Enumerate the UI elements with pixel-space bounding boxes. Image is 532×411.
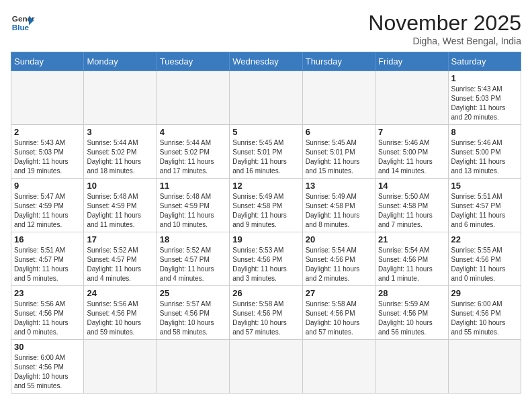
date-number: 11: [160, 181, 226, 191]
calendar-cell: [375, 71, 448, 125]
sun-info: Sunrise: 5:54 AM Sunset: 4:56 PM Dayligh…: [306, 246, 372, 283]
calendar-week-2: 2Sunrise: 5:43 AM Sunset: 5:03 PM Daylig…: [11, 125, 521, 179]
date-number: 6: [306, 127, 372, 137]
date-number: 21: [378, 234, 445, 244]
date-number: 29: [451, 288, 518, 298]
date-number: 25: [160, 288, 226, 298]
calendar-cell: 14Sunrise: 5:50 AM Sunset: 4:58 PM Dayli…: [375, 179, 448, 232]
location-subtitle: Digha, West Bengal, India: [368, 36, 521, 46]
calendar-cell: 6Sunrise: 5:45 AM Sunset: 5:01 PM Daylig…: [302, 125, 375, 179]
header-friday: Friday: [375, 52, 448, 71]
sun-info: Sunrise: 5:44 AM Sunset: 5:02 PM Dayligh…: [160, 138, 226, 176]
date-number: 20: [306, 234, 372, 244]
date-number: 1: [451, 73, 518, 83]
header-thursday: Thursday: [302, 52, 375, 71]
date-number: 26: [232, 288, 299, 298]
calendar-cell: 27Sunrise: 5:58 AM Sunset: 4:56 PM Dayli…: [302, 286, 375, 340]
calendar-cell: 13Sunrise: 5:49 AM Sunset: 4:58 PM Dayli…: [302, 179, 375, 232]
sun-info: Sunrise: 5:45 AM Sunset: 5:01 PM Dayligh…: [306, 138, 372, 176]
sun-info: Sunrise: 5:46 AM Sunset: 5:00 PM Dayligh…: [378, 138, 445, 176]
calendar-cell: 4Sunrise: 5:44 AM Sunset: 5:02 PM Daylig…: [157, 125, 229, 179]
header-monday: Monday: [84, 52, 157, 71]
date-number: 9: [14, 181, 81, 191]
month-title: November 2025: [368, 11, 521, 36]
calendar-cell: 17Sunrise: 5:52 AM Sunset: 4:57 PM Dayli…: [84, 232, 157, 286]
sun-info: Sunrise: 5:57 AM Sunset: 4:56 PM Dayligh…: [160, 300, 226, 337]
date-number: 30: [14, 342, 81, 352]
calendar-cell: [11, 71, 84, 125]
date-number: 16: [14, 234, 81, 244]
sun-info: Sunrise: 5:55 AM Sunset: 4:56 PM Dayligh…: [451, 246, 518, 283]
date-number: 13: [306, 181, 372, 191]
sun-info: Sunrise: 5:52 AM Sunset: 4:57 PM Dayligh…: [160, 246, 226, 283]
title-section: November 2025 Digha, West Bengal, India: [368, 11, 521, 46]
date-number: 2: [14, 127, 81, 137]
sun-info: Sunrise: 5:54 AM Sunset: 4:56 PM Dayligh…: [378, 246, 445, 283]
date-number: 27: [306, 288, 372, 298]
calendar-table: SundayMondayTuesdayWednesdayThursdayFrid…: [11, 52, 521, 394]
date-number: 4: [160, 127, 226, 137]
calendar-cell: [230, 71, 302, 125]
calendar-week-6: 30Sunrise: 6:00 AM Sunset: 4:56 PM Dayli…: [11, 340, 521, 394]
calendar-cell: [302, 71, 375, 125]
calendar-cell: [84, 340, 157, 394]
sun-info: Sunrise: 5:50 AM Sunset: 4:58 PM Dayligh…: [378, 192, 445, 230]
sun-info: Sunrise: 5:49 AM Sunset: 4:58 PM Dayligh…: [306, 192, 372, 230]
calendar-week-3: 9Sunrise: 5:47 AM Sunset: 4:59 PM Daylig…: [11, 179, 521, 232]
calendar-cell: 7Sunrise: 5:46 AM Sunset: 5:00 PM Daylig…: [375, 125, 448, 179]
date-number: 24: [87, 288, 153, 298]
calendar-cell: [375, 340, 448, 394]
date-number: 3: [87, 127, 153, 137]
logo: General Blue: [11, 11, 35, 35]
sun-info: Sunrise: 5:46 AM Sunset: 5:00 PM Dayligh…: [451, 138, 518, 176]
calendar-cell: [448, 340, 521, 394]
sun-info: Sunrise: 5:53 AM Sunset: 4:56 PM Dayligh…: [232, 246, 299, 283]
date-number: 19: [232, 234, 299, 244]
sun-info: Sunrise: 5:49 AM Sunset: 4:58 PM Dayligh…: [232, 192, 299, 230]
calendar-cell: [157, 340, 229, 394]
date-number: 17: [87, 234, 153, 244]
calendar-cell: 28Sunrise: 5:59 AM Sunset: 4:56 PM Dayli…: [375, 286, 448, 340]
date-number: 15: [451, 181, 518, 191]
calendar-cell: 3Sunrise: 5:44 AM Sunset: 5:02 PM Daylig…: [84, 125, 157, 179]
calendar-week-5: 23Sunrise: 5:56 AM Sunset: 4:56 PM Dayli…: [11, 286, 521, 340]
calendar-week-4: 16Sunrise: 5:51 AM Sunset: 4:57 PM Dayli…: [11, 232, 521, 286]
date-number: 8: [451, 127, 518, 137]
calendar-header-row: SundayMondayTuesdayWednesdayThursdayFrid…: [11, 52, 521, 71]
calendar-cell: [84, 71, 157, 125]
header-saturday: Saturday: [448, 52, 521, 71]
calendar-cell: 1Sunrise: 5:43 AM Sunset: 5:03 PM Daylig…: [448, 71, 521, 125]
calendar-cell: 22Sunrise: 5:55 AM Sunset: 4:56 PM Dayli…: [448, 232, 521, 286]
calendar-cell: 29Sunrise: 6:00 AM Sunset: 4:56 PM Dayli…: [448, 286, 521, 340]
sun-info: Sunrise: 5:48 AM Sunset: 4:59 PM Dayligh…: [87, 192, 153, 230]
sun-info: Sunrise: 5:56 AM Sunset: 4:56 PM Dayligh…: [87, 300, 153, 337]
calendar-cell: 12Sunrise: 5:49 AM Sunset: 4:58 PM Dayli…: [230, 179, 302, 232]
calendar-cell: 9Sunrise: 5:47 AM Sunset: 4:59 PM Daylig…: [11, 179, 84, 232]
page-header: General Blue November 2025 Digha, West B…: [11, 11, 521, 46]
calendar-cell: 2Sunrise: 5:43 AM Sunset: 5:03 PM Daylig…: [11, 125, 84, 179]
calendar-cell: 11Sunrise: 5:48 AM Sunset: 4:59 PM Dayli…: [157, 179, 229, 232]
sun-info: Sunrise: 5:48 AM Sunset: 4:59 PM Dayligh…: [160, 192, 226, 230]
sun-info: Sunrise: 5:51 AM Sunset: 4:57 PM Dayligh…: [14, 246, 81, 283]
date-number: 23: [14, 288, 81, 298]
header-wednesday: Wednesday: [230, 52, 302, 71]
date-number: 14: [378, 181, 445, 191]
calendar-cell: [302, 340, 375, 394]
sun-info: Sunrise: 6:00 AM Sunset: 4:56 PM Dayligh…: [451, 300, 518, 337]
calendar-cell: 30Sunrise: 6:00 AM Sunset: 4:56 PM Dayli…: [11, 340, 84, 394]
sun-info: Sunrise: 6:00 AM Sunset: 4:56 PM Dayligh…: [14, 353, 81, 391]
calendar-cell: 25Sunrise: 5:57 AM Sunset: 4:56 PM Dayli…: [157, 286, 229, 340]
sun-info: Sunrise: 5:52 AM Sunset: 4:57 PM Dayligh…: [87, 246, 153, 283]
calendar-cell: 18Sunrise: 5:52 AM Sunset: 4:57 PM Dayli…: [157, 232, 229, 286]
calendar-cell: 24Sunrise: 5:56 AM Sunset: 4:56 PM Dayli…: [84, 286, 157, 340]
sun-info: Sunrise: 5:58 AM Sunset: 4:56 PM Dayligh…: [232, 300, 299, 337]
calendar-cell: 21Sunrise: 5:54 AM Sunset: 4:56 PM Dayli…: [375, 232, 448, 286]
sun-info: Sunrise: 5:45 AM Sunset: 5:01 PM Dayligh…: [232, 138, 299, 176]
date-number: 22: [451, 234, 518, 244]
calendar-cell: 20Sunrise: 5:54 AM Sunset: 4:56 PM Dayli…: [302, 232, 375, 286]
sun-info: Sunrise: 5:56 AM Sunset: 4:56 PM Dayligh…: [14, 300, 81, 337]
calendar-cell: 10Sunrise: 5:48 AM Sunset: 4:59 PM Dayli…: [84, 179, 157, 232]
sun-info: Sunrise: 5:59 AM Sunset: 4:56 PM Dayligh…: [378, 300, 445, 337]
sun-info: Sunrise: 5:47 AM Sunset: 4:59 PM Dayligh…: [14, 192, 81, 230]
calendar-cell: 26Sunrise: 5:58 AM Sunset: 4:56 PM Dayli…: [230, 286, 302, 340]
